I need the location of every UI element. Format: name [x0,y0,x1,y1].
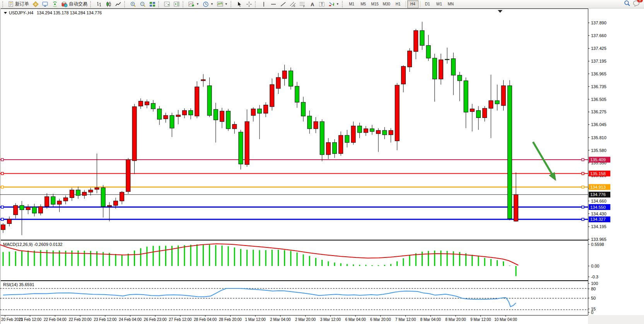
periods-button[interactable]: ▼ [201,0,215,9]
tile-icon [149,1,155,7]
svg-text:1 Mar 12:00: 1 Mar 12:00 [245,317,266,322]
signals-button[interactable] [50,0,60,9]
toolbar-separator [420,1,420,7]
svg-text:7 Mar 12:00: 7 Mar 12:00 [395,317,416,322]
svg-text:137.890: 137.890 [591,20,606,25]
trading-app-window: 新订单自动交易▼▼▼EFAT▼M1M5M15M30H1H4D1W1MN1 137… [0,0,644,324]
svg-text:8 Mar 20:00: 8 Mar 20:00 [445,317,466,322]
trendline-button[interactable] [278,0,288,9]
search-icon[interactable] [624,0,630,8]
profile-button[interactable] [41,0,50,9]
templates-button[interactable]: ▼ [215,0,229,9]
svg-text:135.580: 135.580 [591,148,606,153]
chevron-down-icon: ▼ [336,2,339,6]
main-chart-panel [0,9,588,240]
arrows-button[interactable]: ▼ [327,0,341,9]
zoom-out-button[interactable] [138,0,147,9]
blue-monitor-icon [42,1,48,7]
svg-text:137.195: 137.195 [591,59,606,63]
tile-windows-button[interactable] [148,0,157,9]
signal-icon [52,1,58,7]
svg-text:136.045: 136.045 [591,122,606,127]
timeframe-h4-button[interactable]: H4 [407,0,419,8]
svg-text:134.913: 134.913 [590,185,606,189]
trendline-icon [280,1,286,7]
chart-shift-button[interactable] [172,0,181,9]
toolbar-grip [342,1,345,7]
crosshair-button[interactable] [244,0,254,9]
timeframe-m30-button[interactable]: M30 [381,0,392,8]
svg-text:134.195: 134.195 [591,224,606,229]
text-a-icon: A [309,1,315,7]
svg-text:28 Feb 04:00: 28 Feb 04:00 [194,317,217,322]
new-order-icon [8,1,14,7]
chevron-down-icon: ▼ [196,2,199,6]
zoom-out-icon [140,1,146,7]
auto-scroll-icon [164,1,170,7]
indicators-button[interactable]: ▼ [187,0,201,9]
new-order-button[interactable]: 新订单 [7,0,31,9]
cursor-icon [236,1,243,7]
svg-text:50: 50 [591,296,596,300]
text-button[interactable]: A [307,0,317,9]
timeframe-w1-button[interactable]: W1 [434,0,445,8]
channel-button[interactable]: E [288,0,297,9]
svg-text:-0.3: -0.3 [591,275,598,279]
fibonacci-button[interactable]: F [298,0,307,9]
clock-icon [203,1,209,7]
deposit-button[interactable] [31,0,40,9]
timeframe-h1-button[interactable]: H1 [393,0,404,8]
toolbar-grip [231,1,233,7]
auto-trading-button[interactable]: 自动交易 [60,0,89,9]
bars-icon [96,1,102,7]
horizontal-line-button[interactable] [269,0,278,9]
timeframe-m5-button[interactable]: M5 [358,0,369,8]
vertical-line-button[interactable] [259,0,268,9]
label-t-icon: T [319,1,325,7]
indicators-icon [188,1,195,7]
svg-text:137.660: 137.660 [591,33,606,38]
timeframe-m15-button[interactable]: M15 [369,0,381,8]
hline-icon [270,1,277,7]
toolbar-grip [124,1,127,7]
timeframe-m1-button[interactable]: M1 [346,0,357,8]
svg-text:135.810: 135.810 [591,135,606,140]
bar-chart-button[interactable] [94,0,104,9]
svg-text:134.430: 134.430 [591,211,606,216]
svg-text:137.425: 137.425 [591,46,606,51]
toolbar-grip [158,1,161,7]
svg-text:8 Mar 04:00: 8 Mar 04:00 [420,317,441,322]
svg-text:3 Mar 12:00: 3 Mar 12:00 [320,317,341,322]
price-chart[interactable]: 137.890137.660137.425137.195136.965136.7… [0,9,644,324]
chart-shift-icon [174,1,180,7]
notifications-button[interactable]: 1 [633,0,640,8]
svg-text:F: F [303,5,305,7]
line-chart-button[interactable] [114,0,123,9]
channel-icon: E [290,1,296,7]
svg-text:10 Mar 04:00: 10 Mar 04:00 [494,317,517,322]
timeframe-d1-button[interactable]: D1 [422,0,433,8]
svg-text:134.550: 134.550 [590,205,606,210]
svg-text:E: E [294,5,296,7]
symbol-period-label: USDJPY-,H4 [9,10,33,15]
crosshair-icon [246,1,252,7]
auto-scroll-button[interactable] [162,0,172,9]
zoom-in-button[interactable] [128,0,138,9]
svg-text:T: T [321,2,323,7]
chart-title: USDJPY-,H4134.294 135.178 134.284 134.77… [4,10,102,15]
svg-text:136.505: 136.505 [591,97,606,102]
candlestick-button[interactable] [104,0,113,9]
auto-trading-button-label: 自动交易 [69,1,87,7]
timeframe-mn-button[interactable]: MN [445,0,456,8]
cursor-button[interactable] [235,0,244,9]
gold-diamond-icon [32,1,39,7]
svg-text:2 Mar 04:00: 2 Mar 04:00 [270,317,291,322]
rsi-label: RSI(14) 35.6591 [3,282,34,287]
label-button[interactable]: T [317,0,326,9]
chart-window[interactable]: 137.890137.660137.425137.195136.965136.7… [0,9,644,324]
ohlc-values: 134.294 135.178 134.284 134.776 [37,10,102,15]
svg-text:135.409: 135.409 [590,157,606,162]
toolbar-grip [2,1,5,7]
notification-badge: 1 [637,0,643,2]
vline-icon [261,1,267,7]
